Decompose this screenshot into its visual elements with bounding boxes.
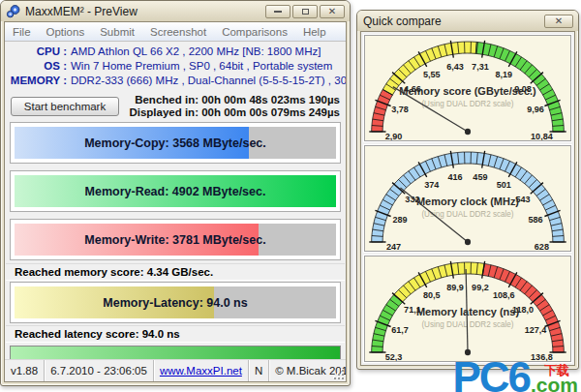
system-info-row: OS :Win 7 Home Premium , SP0 , 64bit , P… (5, 59, 346, 74)
resize-grip[interactable] (334, 370, 344, 379)
gauge-tick-label: 289 (392, 215, 407, 225)
menu-item-file[interactable]: File (5, 24, 39, 40)
gauge-subtitle: (Using DUAL DDR2 scale) (421, 99, 513, 108)
main-client-area: FileOptionsSubmitScreenshotComparisonsHe… (4, 21, 347, 382)
memory-write-panel: Memory-Write: 3781 MByte/sec. (10, 219, 341, 260)
gauge-pivot (465, 129, 471, 135)
benched-in-text: Benched in: 00h 00m 48s 023ms 190µs (129, 94, 340, 106)
minimize-button[interactable] (265, 5, 290, 18)
gauge-tick-label: 628 (535, 242, 549, 251)
gauge-tick-label: 127,4 (525, 325, 547, 335)
menu-item-help[interactable]: Help (295, 24, 334, 40)
system-info-value: Win 7 Home Premium , SP0 , 64bit , Porta… (71, 59, 332, 74)
gauge-tick-label: 10,84 (531, 132, 553, 140)
benchmark-row: Start benchmark Benched in: 00h 00m 48s … (11, 94, 340, 119)
gauge-subtitle: (Using DUAL DDR2 scale) (421, 319, 513, 329)
gauge-tick-label: 99,2 (472, 283, 489, 292)
gauge-title: Memory clock (MHz) (416, 196, 519, 207)
memory-score-gauge: 2,903,784,665,556,437,318,199,089,9610,8… (364, 35, 571, 141)
start-benchmark-button[interactable]: Start benchmark (11, 97, 119, 116)
memory-latency-gauge: 52,361,771,180,589,999,2108,6118,0127,41… (364, 256, 571, 362)
memory-score-text: Reached memory score: 4.34 GB/sec. (6, 263, 345, 281)
menu-item-screenshot[interactable]: Screenshot (142, 24, 214, 40)
status-datetime: 6.7.2010 - 23:06:05 (44, 360, 153, 381)
gauge-tick-label: 61,7 (391, 325, 409, 335)
memory-copy-label: Memory-Copy: 3568 MByte/sec. (15, 127, 336, 159)
gauge-tick-label: 2,90 (385, 132, 403, 140)
gauge-band-segment (372, 294, 403, 352)
memory-write-label: Memory-Write: 3781 MByte/sec. (15, 224, 336, 256)
gauge-tick-label: 416 (448, 172, 463, 182)
app-icon (6, 4, 21, 19)
status-bar: v1.886.7.2010 - 23:06:05www.MaxxPI.netN©… (5, 359, 346, 381)
quick-compare-window: Quick compare ✕ 2,903,784,665,556,437,31… (356, 10, 579, 370)
gauge-tick-label: 108,6 (493, 290, 515, 300)
menu-item-comparisons[interactable]: Comparisons (214, 24, 295, 40)
gauge-tick-label: 52,3 (385, 352, 403, 361)
gauge-tick-label: 586 (528, 215, 542, 225)
memory-copy-panel: Memory-Copy: 3568 MByte/sec. (10, 122, 341, 164)
maxxmem-window: MaxxMEM² - PreView ✕ FileOptionsSubmitSc… (0, 0, 351, 386)
close-button[interactable]: ✕ (320, 5, 345, 18)
gauge-tick-label: 5,55 (423, 70, 441, 79)
gauge-tick-label: 6,43 (446, 62, 464, 72)
compare-titlebar[interactable]: Quick compare ✕ (357, 11, 578, 31)
maximize-button[interactable] (292, 5, 318, 18)
status-flag: N (248, 360, 268, 381)
watermark-brand: PC6 (452, 360, 530, 392)
system-info-row: CPU :AMD Athlon QL 66 X2 , 2200 MHz [NB:… (5, 45, 346, 59)
menu-item-submit[interactable]: Submit (92, 24, 142, 40)
latency-score-text: Reached latency score: 94.0 ns (6, 325, 345, 343)
system-info-label: MEMORY : (5, 74, 67, 88)
gauge-tick-label: 459 (473, 172, 487, 182)
system-info-row: MEMORY :DDR2-333 (666) MHz , Dual-Channe… (5, 74, 346, 88)
gauge-subtitle: (Using DUAL DDR2 scale) (421, 209, 513, 219)
gauge-pivot (465, 239, 471, 245)
memory-latency-panel: Memory-Latency: 94.0 ns (10, 282, 341, 323)
memory-read-label: Memory-Read: 4902 MByte/sec. (15, 175, 336, 207)
system-info-label: OS : (5, 59, 67, 74)
system-info-value: DDR2-333 (666) MHz , Dual-Channel (5-5-5… (71, 74, 347, 88)
gauge-tick-label: 374 (424, 180, 440, 190)
gauge-tick-label: 80,5 (423, 290, 441, 300)
system-info: CPU :AMD Athlon QL 66 X2 , 2200 MHz [NB:… (5, 42, 346, 92)
watermark-suffix: .com (531, 377, 578, 392)
gauge-tick-label: 501 (497, 180, 511, 190)
gauge-svg: 52,361,771,180,589,999,2108,6118,0127,41… (365, 256, 570, 361)
pc6-watermark: PC6 下载 .com (452, 360, 578, 392)
status-link[interactable]: www.MaxxPI.net (153, 360, 248, 381)
menu-bar: FileOptionsSubmitScreenshotComparisonsHe… (5, 22, 346, 42)
gauge-tick-label: 7,31 (472, 62, 489, 72)
main-titlebar[interactable]: MaxxMEM² - PreView ✕ (1, 1, 350, 21)
memory-read-panel: Memory-Read: 4902 MByte/sec. (10, 170, 341, 212)
gauge-title: Memory score (GByte/sec.) (399, 85, 536, 97)
gauge-svg: 247289332374416459501543586628Memory clo… (365, 146, 570, 251)
menu-item-options[interactable]: Options (39, 24, 93, 40)
system-info-value: AMD Athlon QL 66 X2 , 2200 MHz [NB: 1800… (71, 45, 321, 59)
compare-close-button[interactable]: ✕ (544, 15, 573, 28)
gauge-tick-label: 247 (386, 242, 401, 251)
compare-client-area: 2,903,784,665,556,437,318,199,089,9610,8… (360, 31, 575, 366)
system-info-label: CPU : (5, 45, 67, 59)
window-title: MaxxMEM² - PreView (25, 5, 138, 18)
memory-clock-gauge: 247289332374416459501543586628Memory clo… (364, 145, 571, 252)
benchmark-times: Benched in: 00h 00m 48s 023ms 190µs Disp… (129, 94, 340, 119)
gauge-tick-label: 3,78 (391, 105, 409, 114)
gauge-title: Memory latency (ns) (416, 306, 519, 317)
compare-window-title: Quick compare (363, 15, 442, 28)
status-version: v1.88 (5, 360, 44, 381)
gauge-tick-label: 89,9 (446, 283, 464, 292)
gauge-svg: 2,903,784,665,556,437,318,199,089,9610,8… (365, 36, 570, 140)
gauge-tick-label: 8,19 (495, 70, 512, 79)
gauge-tick-label: 9,96 (527, 105, 544, 114)
memory-latency-label: Memory-Latency: 94.0 ns (15, 286, 336, 318)
displayed-in-text: Displayed in: 00h 00m 00s 079ms 249µs (129, 106, 340, 119)
